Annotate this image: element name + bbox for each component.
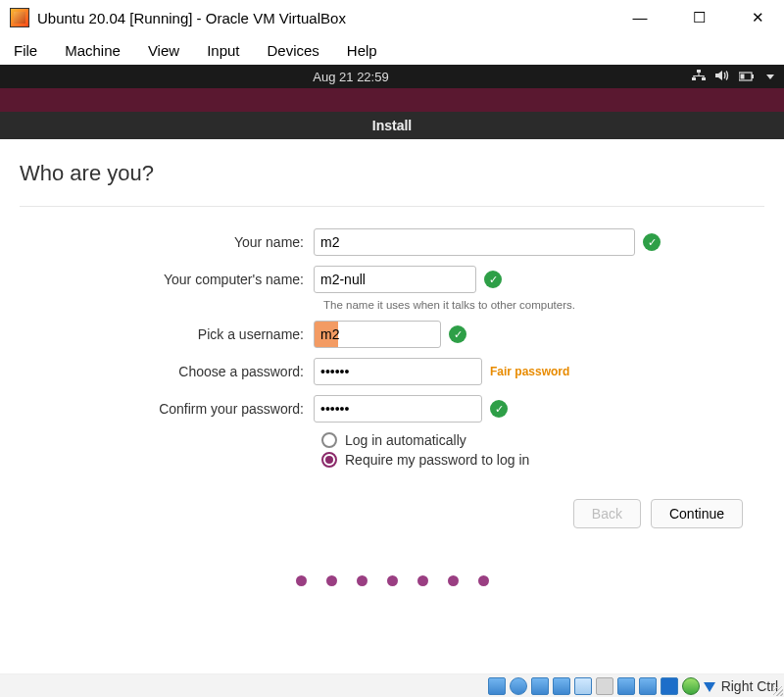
chevron-down-icon[interactable] bbox=[766, 75, 774, 79]
resize-grip-icon[interactable] bbox=[773, 686, 783, 696]
svg-rect-0 bbox=[697, 70, 701, 73]
menu-file[interactable]: File bbox=[14, 42, 37, 59]
check-icon: ✓ bbox=[449, 325, 466, 343]
vbox-statusbar: Right Ctrl bbox=[0, 673, 784, 697]
install-window-title: Install bbox=[0, 112, 784, 139]
ubuntu-topbar: Aug 21 22:59 bbox=[0, 65, 784, 88]
guest-additions-icon[interactable] bbox=[682, 677, 700, 695]
password-input[interactable] bbox=[314, 358, 482, 385]
page-title: Who are you? bbox=[20, 161, 764, 186]
svg-rect-5 bbox=[693, 75, 694, 77]
video-capture-icon[interactable] bbox=[661, 677, 678, 695]
network-icon[interactable] bbox=[692, 70, 706, 84]
shared-folders-icon[interactable] bbox=[596, 677, 613, 695]
label-password: Choose a password: bbox=[20, 364, 314, 379]
svg-rect-9 bbox=[740, 74, 744, 78]
menu-help[interactable]: Help bbox=[347, 42, 377, 59]
svg-rect-1 bbox=[692, 77, 696, 80]
computer-name-input[interactable] bbox=[314, 266, 476, 293]
audio-icon[interactable] bbox=[531, 677, 549, 695]
minimize-button[interactable]: — bbox=[623, 9, 657, 26]
progress-dots bbox=[20, 575, 764, 586]
clock[interactable]: Aug 21 22:59 bbox=[313, 70, 388, 84]
dot-icon bbox=[387, 575, 398, 586]
check-icon: ✓ bbox=[484, 271, 502, 288]
menu-devices[interactable]: Devices bbox=[268, 42, 319, 59]
computer-name-hint: The name it uses when it talks to other … bbox=[323, 299, 764, 311]
window-title: Ubuntu 20.04 [Running] - Oracle VM Virtu… bbox=[37, 10, 346, 26]
host-key-indicator[interactable]: Right Ctrl bbox=[721, 678, 778, 694]
maximize-button[interactable]: ☐ bbox=[682, 9, 715, 26]
radio-icon bbox=[321, 432, 337, 448]
dot-icon bbox=[448, 575, 459, 586]
label-computer: Your computer's name: bbox=[20, 272, 314, 287]
usb-icon[interactable] bbox=[574, 677, 592, 695]
label-username: Pick a username: bbox=[20, 326, 314, 342]
arrow-down-icon[interactable] bbox=[704, 682, 715, 692]
password-strength: Fair password bbox=[490, 365, 569, 378]
continue-button[interactable]: Continue bbox=[651, 499, 743, 528]
dot-icon bbox=[296, 575, 307, 586]
radio-label: Log in automatically bbox=[345, 432, 466, 448]
radio-label: Require my password to log in bbox=[345, 452, 529, 468]
menu-view[interactable]: View bbox=[148, 42, 179, 59]
label-name: Your name: bbox=[20, 234, 314, 250]
display-icon[interactable] bbox=[617, 677, 635, 695]
svg-rect-6 bbox=[703, 75, 704, 77]
vbox-menubar: File Machine View Input Devices Help bbox=[0, 35, 784, 65]
dot-icon bbox=[478, 575, 489, 586]
name-input[interactable] bbox=[314, 228, 635, 256]
radio-icon bbox=[321, 452, 337, 468]
svg-rect-4 bbox=[693, 75, 704, 76]
label-confirm: Confirm your password: bbox=[20, 401, 314, 417]
dot-icon bbox=[326, 575, 337, 586]
hard-disk-icon[interactable] bbox=[488, 677, 506, 695]
close-button[interactable]: ✕ bbox=[741, 9, 774, 26]
vbox-titlebar: Ubuntu 20.04 [Running] - Oracle VM Virtu… bbox=[0, 0, 784, 35]
optical-drive-icon[interactable] bbox=[510, 677, 527, 695]
network-adapter-icon[interactable] bbox=[553, 677, 570, 695]
system-tray[interactable] bbox=[692, 70, 774, 84]
back-button[interactable]: Back bbox=[573, 499, 641, 528]
check-icon: ✓ bbox=[490, 400, 508, 418]
volume-icon[interactable] bbox=[715, 70, 729, 84]
recording-icon[interactable] bbox=[639, 677, 657, 695]
battery-icon[interactable] bbox=[739, 70, 755, 84]
menu-machine[interactable]: Machine bbox=[65, 42, 121, 59]
menu-input[interactable]: Input bbox=[207, 42, 239, 59]
dot-icon bbox=[417, 575, 428, 586]
check-icon: ✓ bbox=[643, 233, 661, 251]
radio-auto-login[interactable]: Log in automatically bbox=[321, 432, 764, 448]
virtualbox-logo-icon bbox=[10, 8, 29, 27]
divider bbox=[20, 206, 764, 207]
confirm-password-input[interactable] bbox=[314, 395, 482, 423]
svg-rect-8 bbox=[752, 75, 754, 78]
svg-rect-2 bbox=[702, 77, 706, 80]
user-form: Your name: ✓ Your computer's name: ✓ The… bbox=[20, 228, 764, 468]
radio-require-password[interactable]: Require my password to log in bbox=[321, 452, 764, 468]
username-input[interactable] bbox=[314, 321, 441, 348]
dot-icon bbox=[357, 575, 368, 586]
window-border bbox=[0, 88, 784, 112]
